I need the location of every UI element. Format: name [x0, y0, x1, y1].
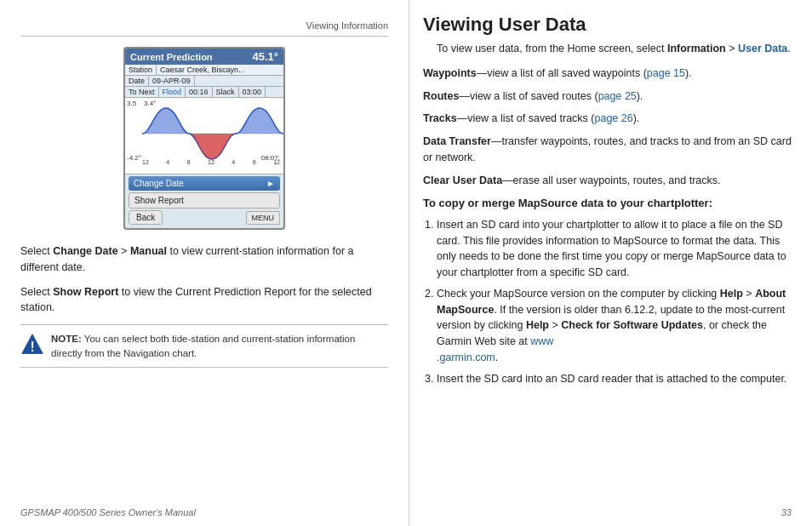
para1-bold1: Change Date: [53, 245, 117, 257]
para2-prefix: Select: [20, 286, 53, 298]
left-body-text: Select Change Date > Manual to view curr…: [20, 243, 388, 316]
note-box: ! NOTE: You can select both tide-station…: [20, 324, 388, 368]
device-bottom-row: Back MENU: [129, 210, 280, 226]
device-value: 45.1°: [252, 50, 278, 63]
warning-icon: !: [20, 332, 44, 356]
page-header-label: Viewing Information: [306, 20, 388, 31]
chart-y-top: 3.5: [127, 100, 136, 107]
note-label: NOTE:: [51, 334, 82, 344]
device-change-date-btn[interactable]: Change Date ►: [129, 176, 280, 191]
numbered-list: Insert an SD card into your chartplotter…: [437, 217, 792, 387]
para2-bold: Show Report: [53, 286, 118, 298]
copy-heading: To copy or merge MapSource data to your …: [423, 195, 792, 212]
station-value: Caesar Creek, Biscayn...: [157, 65, 249, 75]
next-label: To Next: [125, 87, 159, 97]
device-title-bar: Current Prediction 45.1°: [125, 49, 283, 65]
slack-time: 03:00: [239, 87, 266, 97]
device-chart: 3.5 3.4° -4.2° 08:07: 1248124812: [125, 98, 283, 174]
chart-x-axis: 1248124812: [142, 159, 280, 165]
para1-prefix: Select: [20, 245, 53, 257]
chart-y-bottom: -4.2°: [127, 154, 141, 162]
list-item: Insert the SD card into an SD card reade…: [437, 371, 792, 387]
device-title: Current Prediction: [130, 52, 213, 62]
list-item: Check your MapSource version on the comp…: [437, 286, 792, 366]
device-next-row: To Next Flood 00:16 Slack 03:00: [125, 87, 283, 98]
svg-text:!: !: [30, 340, 34, 354]
datatransfer-para: Data Transfer—transfer waypoints, routes…: [423, 134, 792, 166]
section-title: Viewing User Data: [423, 14, 792, 36]
date-label: Date: [125, 76, 149, 86]
list-item: Insert an SD card into your chartplotter…: [437, 217, 792, 281]
intro-para: To view user data, from the Home screen,…: [437, 41, 792, 57]
device-show-report-btn[interactable]: Show Report: [129, 192, 280, 209]
note-text: You can select both tide-station and cur…: [51, 334, 355, 358]
right-col: Viewing User Data To view user data, fro…: [409, 0, 812, 526]
slack-label: Slack: [213, 87, 239, 97]
tracks-para: Tracks—view a list of saved tracks (page…: [423, 111, 792, 127]
note-content: NOTE: You can select both tide-station a…: [51, 332, 388, 360]
flood-time: 00:16: [186, 87, 213, 97]
para1-mid: >: [118, 245, 130, 257]
device-station-row: Station Caesar Creek, Biscayn...: [125, 65, 283, 76]
chart-svg: [142, 101, 283, 166]
para1-bold2: Manual: [130, 245, 167, 257]
footer-manual-title: GPSMAP 400/500 Series Owner's Manual: [20, 507, 196, 517]
device-date-row: Date 09-APR-09: [125, 76, 283, 87]
device-screen: Current Prediction 45.1° Station Caesar …: [123, 47, 285, 230]
device-back-btn[interactable]: Back: [129, 210, 163, 225]
routes-para: Routes—view a list of saved routes (page…: [423, 89, 792, 105]
waypoints-para: Waypoints—view a list of all saved waypo…: [423, 66, 792, 82]
page-number: 33: [781, 507, 792, 517]
flood-label: Flood: [159, 87, 186, 97]
page-footer: GPSMAP 400/500 Series Owner's Manual 33: [20, 507, 792, 517]
device-menu-btn[interactable]: MENU: [246, 211, 281, 225]
cleardata-para: Clear User Data—erase all user waypoints…: [423, 173, 792, 189]
date-value: 09-APR-09: [149, 76, 195, 86]
station-label: Station: [125, 65, 157, 75]
